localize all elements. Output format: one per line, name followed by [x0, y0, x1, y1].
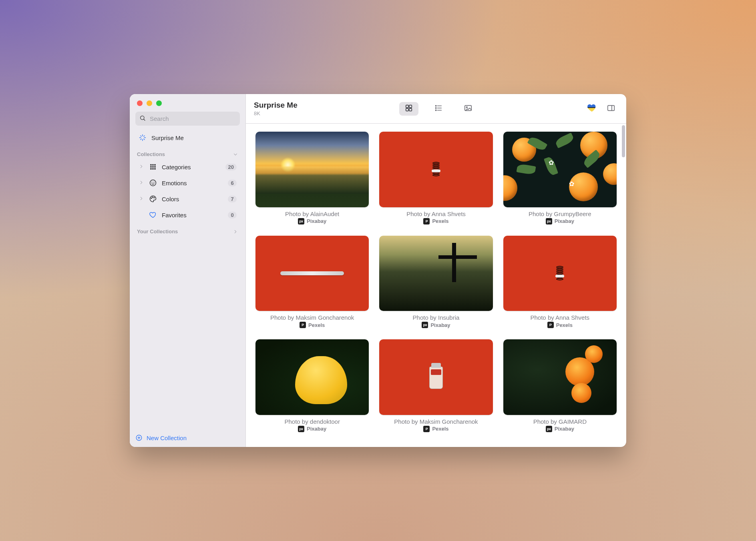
sidebar-item-surprise-me[interactable]: Surprise Me: [133, 130, 242, 145]
svg-rect-33: [587, 108, 597, 112]
svg-point-13: [154, 182, 154, 182]
svg-point-4: [155, 164, 156, 166]
svg-point-31: [466, 107, 468, 108]
sidebar-item-emotions[interactable]: Emotions 6: [133, 176, 242, 190]
svg-rect-32: [587, 103, 597, 108]
photo-thumbnail[interactable]: [503, 236, 617, 311]
app-window: Surprise Me Collections Categories 20: [130, 94, 626, 447]
photo-card[interactable]: Photo by GrumpyBeerepxPixabay: [503, 132, 617, 224]
svg-point-11: [150, 180, 156, 186]
count-badge: 20: [225, 164, 237, 170]
toggle-sidebar-button[interactable]: [604, 102, 618, 116]
count-badge: 0: [228, 212, 237, 218]
svg-line-1: [144, 119, 145, 120]
svg-rect-34: [608, 106, 615, 111]
sidebar-item-colors[interactable]: Colors 7: [133, 192, 242, 206]
photo-caption: Photo by Anna Shvets: [406, 210, 466, 217]
scrollbar-thumb[interactable]: [622, 125, 625, 157]
chevron-right-icon: [139, 196, 144, 202]
photo-thumbnail[interactable]: [503, 132, 617, 207]
heart-icon: [149, 211, 157, 219]
grid-dots-icon: [149, 163, 157, 171]
section-header-collections[interactable]: Collections: [130, 146, 245, 159]
photo-source-label: Pixabay: [430, 322, 450, 328]
sparkle-icon: [139, 134, 147, 142]
view-image-button[interactable]: [458, 102, 478, 116]
photo-caption: Photo by Anna Shvets: [531, 314, 590, 321]
photo-card[interactable]: Photo by Maksim GoncharenokPPexels: [379, 339, 493, 432]
svg-point-8: [151, 168, 152, 170]
photo-source: PPexels: [547, 322, 573, 328]
photo-source-label: Pexels: [556, 322, 573, 328]
photo-caption: Photo by GAIMARD: [533, 418, 587, 425]
zoom-window-button[interactable]: [156, 100, 162, 106]
photo-grid-scroll[interactable]: Photo by AlainAudetpxPixabayPhoto by Ann…: [246, 124, 626, 447]
ukraine-heart-icon[interactable]: [587, 103, 597, 114]
svg-point-14: [151, 198, 152, 199]
source-badge-icon: px: [422, 322, 428, 328]
photo-thumbnail[interactable]: [255, 236, 369, 311]
chevron-right-icon: [139, 164, 144, 170]
search-input[interactable]: [149, 115, 236, 122]
svg-rect-20: [406, 105, 408, 108]
photo-card[interactable]: Photo by Anna ShvetsPPexels: [503, 236, 617, 329]
search-field[interactable]: [135, 112, 240, 126]
photo-thumbnail[interactable]: [379, 236, 493, 311]
window-controls: [130, 94, 245, 112]
photo-thumbnail[interactable]: [255, 339, 369, 415]
new-collection-label: New Collection: [147, 435, 187, 441]
main-panel: Surprise Me 8K: [246, 94, 626, 447]
svg-rect-22: [406, 108, 408, 111]
photo-thumbnail[interactable]: [503, 339, 617, 415]
close-window-button[interactable]: [137, 100, 143, 106]
photo-caption: Photo by dendoktoor: [284, 418, 340, 425]
svg-point-2: [151, 164, 152, 166]
photo-source-label: Pixabay: [307, 218, 326, 224]
minimize-window-button[interactable]: [147, 100, 152, 106]
photo-card[interactable]: Photo by Anna ShvetsPPexels: [379, 132, 493, 224]
photo-card[interactable]: Photo by AlainAudetpxPixabay: [255, 132, 369, 224]
photo-card[interactable]: Photo by Maksim GoncharenokPPexels: [255, 236, 369, 329]
photo-thumbnail[interactable]: [379, 339, 493, 415]
new-collection-button[interactable]: New Collection: [135, 434, 240, 441]
svg-point-5: [151, 166, 152, 168]
svg-rect-23: [409, 108, 412, 111]
photo-card[interactable]: Photo by InsubriapxPixabay: [379, 236, 493, 329]
photo-card[interactable]: Photo by GAIMARDpxPixabay: [503, 339, 617, 432]
toolbar: Surprise Me 8K: [246, 94, 626, 124]
svg-point-12: [152, 182, 152, 182]
section-header-label: Your Collections: [137, 228, 178, 234]
svg-rect-21: [409, 105, 412, 108]
sidebar-item-favorites[interactable]: Favorites 0: [133, 208, 242, 222]
grid-icon: [404, 104, 413, 114]
section-header-your-collections[interactable]: Your Collections: [130, 223, 245, 236]
photo-card[interactable]: Photo by dendoktoorpxPixabay: [255, 339, 369, 432]
source-badge-icon: P: [423, 426, 430, 432]
sidebar-right-icon: [607, 104, 615, 114]
section-header-label: Collections: [137, 151, 165, 157]
photo-source: PPexels: [300, 322, 325, 328]
sidebar-item-label: Emotions: [162, 180, 223, 186]
photo-source: PPexels: [423, 426, 448, 432]
photo-caption: Photo by Insubria: [413, 314, 460, 321]
list-icon: [434, 104, 443, 114]
photo-thumbnail[interactable]: [255, 132, 369, 207]
source-badge-icon: px: [546, 426, 552, 432]
chevron-down-icon: [233, 152, 238, 157]
sidebar-item-label: Surprise Me: [151, 134, 237, 141]
view-grid-button[interactable]: [399, 102, 418, 116]
source-badge-icon: px: [298, 218, 304, 224]
view-list-button[interactable]: [429, 102, 448, 116]
photo-source: pxPixabay: [298, 426, 326, 432]
search-icon: [139, 115, 146, 122]
svg-point-28: [436, 110, 436, 110]
count-badge: 6: [228, 180, 237, 186]
smile-icon: [149, 179, 157, 187]
sidebar-item-label: Categories: [162, 164, 221, 170]
photo-grid: Photo by AlainAudetpxPixabayPhoto by Ann…: [255, 132, 617, 432]
source-badge-icon: P: [547, 322, 554, 328]
sidebar: Surprise Me Collections Categories 20: [130, 94, 246, 447]
sidebar-item-categories[interactable]: Categories 20: [133, 160, 242, 174]
photo-thumbnail[interactable]: [379, 132, 493, 207]
count-badge: 7: [228, 196, 237, 202]
